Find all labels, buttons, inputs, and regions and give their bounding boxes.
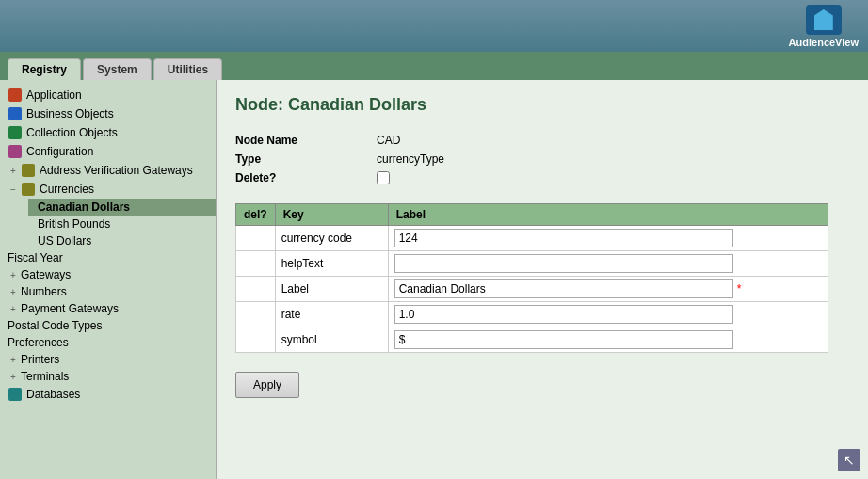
sidebar-item-terminals[interactable]: + Terminals [0,368,216,385]
db-icon [8,387,23,402]
sidebar-item-label: Application [26,88,82,102]
sidebar-item-label: Fiscal Year [8,251,63,264]
tab-bar: Registry System Utilities [0,52,868,80]
sidebar-item-currencies[interactable]: − Currencies [0,180,216,199]
sidebar-item-label: Numbers [21,285,67,298]
sidebar-item-label: Collection Objects [26,126,118,139]
table-row: symbol [236,327,828,353]
sidebar-item-business-objects[interactable]: Business Objects [0,104,216,123]
sidebar-item-label: Gateways [21,268,71,281]
col-key: Key [275,204,388,226]
sidebar-item-numbers[interactable]: + Numbers [0,283,216,300]
table-row: helpText [236,251,828,277]
cell-key: helpText [275,251,388,277]
cell-del [236,277,276,302]
sidebar-item-label: Databases [26,388,80,401]
page-title: Node: Canadian Dollars [235,95,849,115]
col-del: del? [236,204,276,226]
expand-icon-gateways: + [8,269,19,280]
sidebar-item-postal-code-types[interactable]: Postal Code Types [0,317,216,334]
cell-del [236,226,276,251]
sidebar-item-label: British Pounds [38,217,110,231]
table-row: rate [236,302,828,327]
table-row: Label* [236,277,828,302]
biz-icon [8,106,23,121]
sidebar-item-label: Printers [21,353,59,366]
cell-key: currency code [275,226,388,251]
label-input-4[interactable] [394,330,733,349]
expand-icon: + [8,165,19,176]
sidebar-item-collection-objects[interactable]: Collection Objects [0,123,216,142]
delete-checkbox[interactable] [377,171,390,184]
sidebar-item-label: Payment Gateways [21,302,119,315]
cell-del [236,302,276,327]
expand-icon-payment: + [8,303,19,314]
label-input-3[interactable] [394,305,733,324]
app-icon [8,88,23,103]
node-name-value: CAD [377,134,849,147]
sidebar-item-label: US Dollars [38,234,91,247]
sidebar-item-label: Configuration [26,145,93,158]
cell-key: symbol [275,327,388,353]
sidebar-item-label: Postal Code Types [8,319,103,332]
header: AudienceView [0,0,868,52]
tab-registry[interactable]: Registry [8,58,81,80]
required-star: * [737,282,742,295]
cell-del [236,251,276,277]
sidebar-item-fiscal-year[interactable]: Fiscal Year [0,249,216,266]
node-name-label: Node Name [235,134,367,147]
sidebar-item-address-verification-gateways[interactable]: + Address Verification Gateways [0,161,216,180]
cfg-icon [8,144,23,159]
data-table: del? Key Label currency codehelpTextLabe… [235,203,828,353]
type-label: Type [235,152,367,166]
apply-button[interactable]: Apply [235,372,299,398]
content-area: Node: Canadian Dollars Node Name CAD Typ… [217,80,868,479]
collapse-icon: − [8,184,19,195]
expand-icon-numbers: + [8,286,19,297]
sidebar-item-us-dollars[interactable]: US Dollars [28,232,216,249]
tab-system[interactable]: System [83,58,152,80]
cell-label [388,226,828,251]
label-input-1[interactable] [394,254,733,273]
main-layout: Application Business Objects Collection … [0,80,868,479]
sidebar-item-label: Terminals [21,370,69,383]
tab-utilities[interactable]: Utilities [153,58,222,80]
sidebar-item-application[interactable]: Application [0,86,216,104]
sidebar-item-canadian-dollars[interactable]: Canadian Dollars [28,199,216,216]
sidebar-item-configuration[interactable]: Configuration [0,142,216,161]
delete-label: Delete? [235,171,367,184]
type-value: currencyType [377,152,849,166]
sidebar-item-printers[interactable]: + Printers [0,351,216,368]
cell-key: Label [275,277,388,302]
col-icon [8,125,23,140]
sidebar-item-preferences[interactable]: Preferences [0,334,216,351]
cell-label: * [388,277,828,302]
cell-label [388,251,828,277]
label-input-2[interactable] [394,279,733,298]
cursor-icon: ↖ [838,449,860,471]
sidebar-item-label: Address Verification Gateways [40,164,193,177]
sidebar-item-label: Currencies [40,183,94,196]
field-grid: Node Name CAD Type currencyType Delete? [235,134,849,184]
sidebar-item-label: Business Objects [26,107,114,120]
cell-key: rate [275,302,388,327]
currencies-sub: Canadian Dollars British Pounds US Dolla… [0,199,216,249]
expand-icon-terminals: + [8,371,19,382]
gen-icon [21,163,36,178]
logo-text: AudienceView [789,37,859,48]
sidebar-item-british-pounds[interactable]: British Pounds [28,216,216,232]
sidebar-item-label: Preferences [8,336,69,349]
sidebar-item-payment-gateways[interactable]: + Payment Gateways [0,300,216,317]
logo-area: AudienceView [789,5,859,52]
expand-icon-printers: + [8,354,19,365]
sidebar-item-gateways[interactable]: + Gateways [0,266,216,283]
cell-label [388,302,828,327]
cell-del [236,327,276,353]
label-input-0[interactable] [394,229,733,247]
cell-label [388,327,828,353]
table-row: currency code [236,226,828,251]
logo-icon [806,5,842,35]
sidebar-item-label: Canadian Dollars [38,200,130,214]
col-label: Label [388,204,828,226]
sidebar-item-databases[interactable]: Databases [0,385,216,404]
